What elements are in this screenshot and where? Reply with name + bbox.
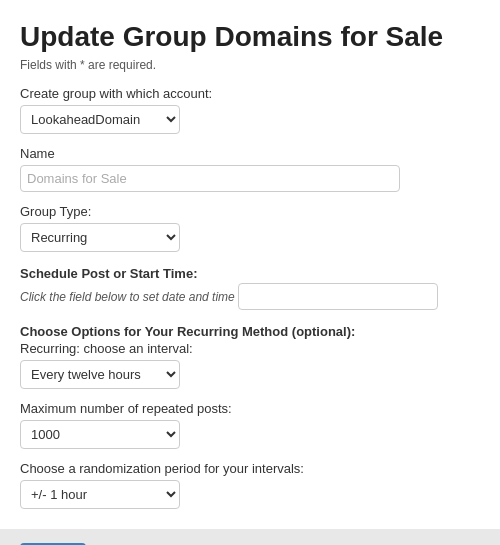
footer-bar: Save [0,529,500,545]
schedule-label: Schedule Post or Start Time: [20,266,480,281]
max-posts-label: Maximum number of repeated posts: [20,401,480,416]
group-type-select[interactable]: Recurring [20,223,180,252]
account-select[interactable]: LookaheadDomain [20,105,180,134]
page-title: Update Group Domains for Sale [20,20,480,54]
interval-select[interactable]: Every twelve hours [20,360,180,389]
recurring-section: Choose Options for Your Recurring Method… [20,324,480,339]
schedule-input[interactable]: Oct 23, 2014 12:38 [238,283,438,310]
max-posts-select[interactable]: 1000 [20,420,180,449]
randomization-select[interactable]: +/- 1 hour [20,480,180,509]
max-posts-field-group: Maximum number of repeated posts: 1000 [20,401,480,449]
interval-label: Recurring: choose an interval: [20,341,480,356]
name-label: Name [20,146,480,161]
randomization-label: Choose a randomization period for your i… [20,461,480,476]
group-type-field-group: Group Type: Recurring [20,204,480,252]
name-field-group: Name [20,146,480,192]
interval-field-group: Recurring: choose an interval: Every twe… [20,341,480,389]
account-field-group: Create group with which account: Lookahe… [20,86,480,134]
recurring-section-label: Choose Options for Your Recurring Method… [20,324,480,339]
account-label: Create group with which account: [20,86,480,101]
randomization-field-group: Choose a randomization period for your i… [20,461,480,509]
name-input[interactable] [20,165,400,192]
required-note: Fields with * are required. [20,58,480,72]
schedule-field-group: Schedule Post or Start Time: Click the f… [20,266,480,310]
group-type-label: Group Type: [20,204,480,219]
schedule-sublabel: Click the field below to set date and ti… [20,290,235,304]
